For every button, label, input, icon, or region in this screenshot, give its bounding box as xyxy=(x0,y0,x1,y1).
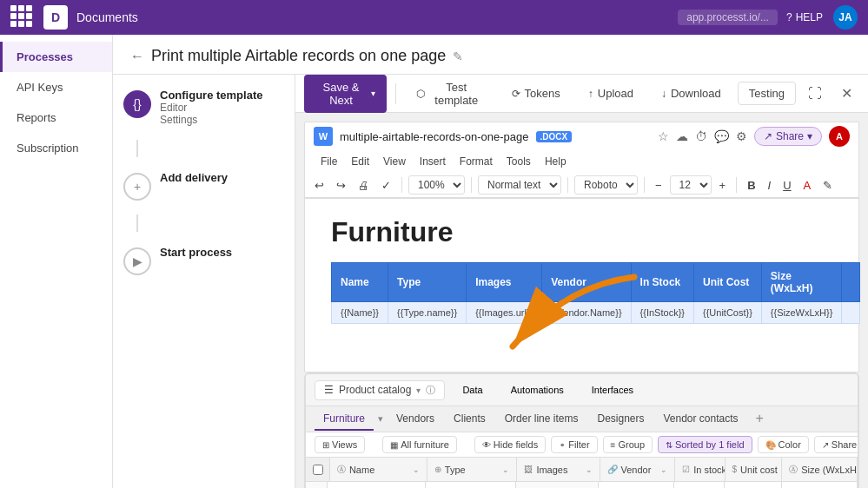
screenshot-interfaces-tab[interactable]: Interfaces xyxy=(581,379,644,400)
url-bar: app.processt.io/... xyxy=(678,10,778,25)
format-italic[interactable]: I xyxy=(764,176,776,195)
cell-name: {{Name}} xyxy=(332,302,388,324)
screenshot-tab-clients[interactable]: Clients xyxy=(445,408,494,431)
cloud-icon[interactable]: ☁ xyxy=(676,129,688,143)
screenshot-add-tab[interactable]: + xyxy=(749,411,771,428)
font-select[interactable]: Roboto xyxy=(574,175,638,195)
table-header-instock: In Stock xyxy=(631,263,693,302)
sidebar-item-apikeys[interactable]: API Keys xyxy=(0,72,112,102)
screenshot-automations-tab[interactable]: Automations xyxy=(500,379,574,400)
share-icon: ↗ xyxy=(764,130,772,142)
screenshot-tabs-row: Furniture ▾ Vendors Clients Order line i… xyxy=(306,406,858,432)
menu-help[interactable]: Help xyxy=(538,152,573,171)
format-divider-3 xyxy=(567,177,568,193)
help-button[interactable]: ? HELP xyxy=(786,11,823,23)
share-dropdown-arrow: ▾ xyxy=(807,130,812,142)
grid-icon[interactable] xyxy=(10,5,35,30)
share-button[interactable]: ↗ Share ▾ xyxy=(754,127,822,146)
upload-button[interactable]: ↑ Upload xyxy=(577,81,645,106)
editor-panel: Save & Next ▾ ⬡ Test template ⟳ Tokens ↑ xyxy=(295,75,868,488)
test-template-button[interactable]: ⬡ Test template xyxy=(405,75,495,113)
page-header: ← Print multiple Airtable records on one… xyxy=(113,35,868,75)
format-print[interactable]: 🖨 xyxy=(354,176,374,195)
text-style-select[interactable]: Normal text xyxy=(478,175,561,195)
row1-vendor: box + cask xyxy=(599,482,674,488)
back-arrow-button[interactable]: ← xyxy=(130,49,144,64)
editor-toolbar: Save & Next ▾ ⬡ Test template ⟳ Tokens ↑ xyxy=(295,75,868,113)
step-label-start: Start process xyxy=(160,246,232,259)
hide-fields-btn[interactable]: 👁 Hide fields xyxy=(474,436,546,453)
font-size-select[interactable]: 12 xyxy=(670,175,712,195)
format-redo[interactable]: ↪ xyxy=(332,176,350,195)
toolbar-divider-1 xyxy=(395,83,396,104)
steps-panel: {} Configure template Editor Settings + … xyxy=(113,75,295,488)
edit-title-icon[interactable]: ✎ xyxy=(453,49,463,63)
menu-insert[interactable]: Insert xyxy=(413,152,453,171)
menu-edit[interactable]: Edit xyxy=(344,152,376,171)
sort-btn[interactable]: ⇅ Sorted by 1 field xyxy=(658,436,752,453)
font-size-decrease[interactable]: − xyxy=(651,176,666,195)
screenshot-tab-furniture[interactable]: Furniture xyxy=(315,408,374,431)
screenshot-tab-vendor-contacts[interactable]: Vendor contacts xyxy=(655,408,747,431)
format-spellcheck[interactable]: ✓ xyxy=(377,176,395,195)
menu-format[interactable]: Format xyxy=(453,152,500,171)
format-undo[interactable]: ↩ xyxy=(310,176,328,195)
select-all-checkbox[interactable] xyxy=(313,465,323,475)
save-next-dropdown-arrow: ▾ xyxy=(371,89,375,98)
menu-tools[interactable]: Tools xyxy=(500,152,538,171)
doc-header-bar: W multiple-airtable-records-on-one-page … xyxy=(304,122,859,150)
views-btn[interactable]: ⊞ Views xyxy=(315,436,365,453)
screenshot-tab-vendors[interactable]: Vendors xyxy=(388,408,443,431)
screenshot-toolbar: ⊞ Views ▦ All furniture 👁 xyxy=(306,432,858,458)
table-header-images: Images xyxy=(467,263,542,302)
user-avatar[interactable]: JA xyxy=(833,5,858,30)
step-sub-settings: Settings xyxy=(160,114,262,126)
format-underline[interactable]: U xyxy=(779,176,795,195)
menu-view[interactable]: View xyxy=(376,152,413,171)
screenshot-overlay: ☰ Product catalog ▾ ⓘ Data Automations I… xyxy=(304,373,859,488)
zoom-select[interactable]: 100% xyxy=(408,175,465,195)
download-button[interactable]: ↓ Download xyxy=(650,81,732,106)
sidebar-item-subscription[interactable]: Subscription xyxy=(0,133,112,163)
all-furniture-btn[interactable]: ▦ All furniture xyxy=(382,436,457,453)
row-num-1: 1 xyxy=(306,482,328,488)
format-color[interactable]: A xyxy=(799,176,816,195)
row1-instock: ✓ xyxy=(674,482,725,488)
screenshot-tab-order-line-items[interactable]: Order line items xyxy=(496,408,587,431)
comment-icon[interactable]: 💬 xyxy=(714,129,729,143)
group-btn[interactable]: ≡ Group xyxy=(603,436,653,453)
doc-content: Furniture Name Type Images Vendor In Sto… xyxy=(304,199,859,373)
share-sync-btn[interactable]: ↗ Share and sync xyxy=(814,436,859,453)
doc-icon: W xyxy=(314,127,333,146)
color-btn[interactable]: 🎨 Color xyxy=(758,436,809,453)
save-next-button[interactable]: Save & Next ▾ xyxy=(304,75,387,113)
star-icon[interactable]: ☆ xyxy=(658,129,669,143)
format-bold[interactable]: B xyxy=(743,176,759,195)
process-editor: {} Configure template Editor Settings + … xyxy=(113,75,868,488)
step-connector-1 xyxy=(136,140,138,157)
history-icon[interactable]: ⏱ xyxy=(695,129,707,143)
table-header-name: Name xyxy=(332,263,388,302)
format-highlight[interactable]: ✎ xyxy=(818,176,837,195)
cell-images: {{Images.url}} xyxy=(467,302,542,324)
filter-btn[interactable]: ⚬ Filter xyxy=(551,436,597,453)
format-divider-5 xyxy=(736,177,737,193)
settings-icon[interactable]: ⚙ xyxy=(736,129,747,143)
sidebar-item-processes[interactable]: Processes xyxy=(0,42,112,72)
screenshot-product-catalog-tab: ☰ Product catalog ▾ ⓘ xyxy=(315,380,445,400)
testing-button[interactable]: Testing xyxy=(738,82,796,105)
col-unitcost: $ Unit cost ⌄ xyxy=(726,458,783,481)
font-size-increase[interactable]: + xyxy=(715,176,731,195)
close-editor-button[interactable]: ✕ xyxy=(834,81,859,106)
sidebar-item-reports[interactable]: Reports xyxy=(0,102,112,133)
tokens-button[interactable]: ⟳ Tokens xyxy=(500,81,572,106)
doc-container: W multiple-airtable-records-on-one-page … xyxy=(295,113,868,488)
cell-extra xyxy=(842,302,860,324)
menu-file[interactable]: File xyxy=(314,152,344,171)
doc-title: Furniture xyxy=(331,216,832,248)
page-title: Print multiple Airtable records on one p… xyxy=(151,47,446,65)
screenshot-tab-designers[interactable]: Designers xyxy=(588,408,653,431)
table-header-vendor: Vendor xyxy=(542,263,631,302)
screenshot-data-tab[interactable]: Data xyxy=(452,379,493,400)
expand-button[interactable]: ⛶ xyxy=(801,82,829,106)
